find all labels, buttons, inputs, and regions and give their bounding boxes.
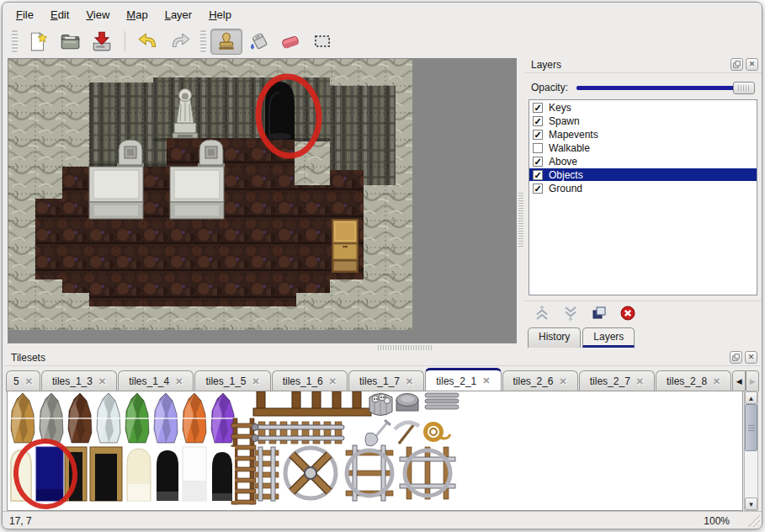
wide-door-frame-tile[interactable] <box>90 447 122 501</box>
metal-bars-tile[interactable] <box>425 393 459 409</box>
tileset-tab[interactable]: tiles_1_6✕ <box>272 370 348 391</box>
selected-dark-tile[interactable] <box>36 447 63 501</box>
tileset-tab-active[interactable]: tiles_2_1✕ <box>425 368 501 391</box>
layer-checkbox[interactable]: ✓ <box>533 130 543 140</box>
tileset-canvas[interactable] <box>7 391 743 511</box>
layer-row-ground[interactable]: ✓ Ground <box>529 182 757 194</box>
close-panel-icon[interactable]: ✕ <box>745 351 757 364</box>
status-bar: 17, 7 100% <box>3 511 762 529</box>
menu-file[interactable]: File <box>8 5 42 24</box>
close-tab-icon[interactable]: ✕ <box>98 376 106 387</box>
stone-slab <box>89 167 143 219</box>
layer-row-walkable[interactable]: Walkable <box>529 141 757 154</box>
scrollbar-thumb[interactable] <box>745 404 757 451</box>
menu-layer[interactable]: Layer <box>157 5 201 24</box>
close-tab-icon[interactable]: ✕ <box>713 376 720 387</box>
tileset-scrollbar[interactable]: ▲ ▼ <box>744 391 758 511</box>
layer-name: Ground <box>549 183 582 194</box>
close-tab-icon[interactable]: ✕ <box>636 376 644 387</box>
delete-layer-button[interactable] <box>619 304 637 322</box>
fill-tool-button[interactable] <box>242 29 274 55</box>
opacity-slider-track[interactable] <box>576 86 752 90</box>
layer-checkbox[interactable]: ✓ <box>533 116 543 126</box>
layers-panel-title: Layers <box>531 59 561 71</box>
undo-button[interactable] <box>132 29 164 55</box>
menu-edit[interactable]: Edit <box>42 5 77 24</box>
layer-list[interactable]: ✓ Keys ✓ Spawn ✓ Mapevents Walkable ✓ Ab… <box>529 99 757 295</box>
stone-slab <box>170 167 224 219</box>
cave-entrance <box>265 82 295 140</box>
close-tab-icon[interactable]: ✕ <box>25 376 33 387</box>
fill-bucket-icon <box>247 30 269 52</box>
close-tab-icon[interactable]: ✕ <box>329 376 337 387</box>
tab-history[interactable]: History <box>528 327 581 348</box>
tileset-tab[interactable]: tiles_1_5✕ <box>194 370 270 391</box>
close-tab-icon[interactable]: ✕ <box>406 376 413 387</box>
skull-barrel-tile[interactable] <box>369 393 392 416</box>
layer-name: Objects <box>549 169 583 181</box>
opacity-slider-handle[interactable] <box>733 82 755 94</box>
tileset-tab[interactable]: tiles_2_8✕ <box>656 370 731 391</box>
rail-loop-tile[interactable] <box>346 445 393 501</box>
redo-button[interactable] <box>164 29 196 55</box>
layer-row-keys[interactable]: ✓ Keys <box>529 101 757 114</box>
layer-row-objects[interactable]: ✓ Objects <box>529 168 757 181</box>
layer-checkbox[interactable]: ✓ <box>533 157 543 167</box>
layer-checkbox[interactable]: ✓ <box>533 103 543 113</box>
stamp-tool-button[interactable] <box>210 29 242 55</box>
scroll-tabs-right-button[interactable]: ▶ <box>746 370 759 391</box>
close-tab-icon[interactable]: ✕ <box>175 376 183 387</box>
save-map-button[interactable] <box>86 29 118 55</box>
tileset-tab[interactable]: tiles_2_7✕ <box>579 370 655 391</box>
selection-tool-button[interactable] <box>306 29 338 55</box>
cream-arch-tile[interactable] <box>127 449 151 501</box>
opacity-slider[interactable] <box>576 80 755 95</box>
layer-name: Keys <box>549 102 571 114</box>
menu-help[interactable]: Help <box>200 5 240 24</box>
layers-panel-titlebar[interactable]: Layers ✕ <box>524 56 762 73</box>
duplicate-layer-button[interactable] <box>590 304 608 322</box>
window-resize-grip[interactable] <box>747 514 760 527</box>
black-arch-tile[interactable] <box>154 447 181 501</box>
layer-row-spawn[interactable]: ✓ Spawn <box>529 114 757 127</box>
map-canvas[interactable] <box>8 58 517 343</box>
tileset-tab[interactable]: tiles_1_4✕ <box>118 370 194 391</box>
tileset-tab[interactable]: 5✕ <box>6 370 40 391</box>
new-map-button[interactable] <box>22 29 54 55</box>
float-panel-icon[interactable] <box>730 58 743 71</box>
tileset-tab[interactable]: tiles_2_6✕ <box>502 370 578 391</box>
stone-cap-tile[interactable] <box>396 394 418 412</box>
move-layer-up-button[interactable] <box>533 304 551 322</box>
close-tab-icon[interactable]: ✕ <box>482 375 490 386</box>
tileset-tab[interactable]: tiles_1_7✕ <box>348 370 424 391</box>
eraser-tool-button[interactable] <box>274 29 306 55</box>
layer-checkbox[interactable] <box>533 143 543 153</box>
open-map-button[interactable] <box>54 29 86 55</box>
rail-loop-tile[interactable] <box>400 447 455 499</box>
menu-view[interactable]: View <box>77 5 118 24</box>
close-tab-icon[interactable]: ✕ <box>560 376 567 387</box>
move-layer-down-button[interactable] <box>561 304 580 322</box>
layer-row-mapevents[interactable]: ✓ Mapevents <box>529 128 757 141</box>
toolbar-drag-handle[interactable] <box>12 30 18 52</box>
layer-checkbox[interactable]: ✓ <box>533 184 543 194</box>
scroll-up-button[interactable]: ▲ <box>745 391 757 404</box>
layer-row-above[interactable]: ✓ Above <box>529 155 757 168</box>
tilesets-panel-titlebar[interactable]: Tilesets ✕ <box>4 349 761 366</box>
scroll-down-button[interactable]: ▼ <box>745 497 757 510</box>
menu-map[interactable]: Map <box>118 5 156 24</box>
splitter-grip <box>518 193 523 247</box>
close-panel-icon[interactable]: ✕ <box>746 58 758 71</box>
black-arch-tile[interactable] <box>210 447 235 501</box>
float-panel-icon[interactable] <box>730 351 742 364</box>
close-tab-icon[interactable]: ✕ <box>252 376 259 387</box>
scroll-tabs-left-button[interactable]: ◀ <box>732 370 746 391</box>
tileset-tab[interactable]: tiles_1_3✕ <box>41 370 117 391</box>
tombstone <box>117 140 144 167</box>
layer-checkbox[interactable]: ✓ <box>533 170 543 180</box>
zoom-level: 100% <box>704 515 730 527</box>
tab-layers[interactable]: Layers <box>582 327 635 348</box>
toolbar-drag-handle[interactable] <box>200 30 206 52</box>
wooden-cabinet <box>332 219 359 273</box>
white-tile[interactable] <box>183 447 206 501</box>
